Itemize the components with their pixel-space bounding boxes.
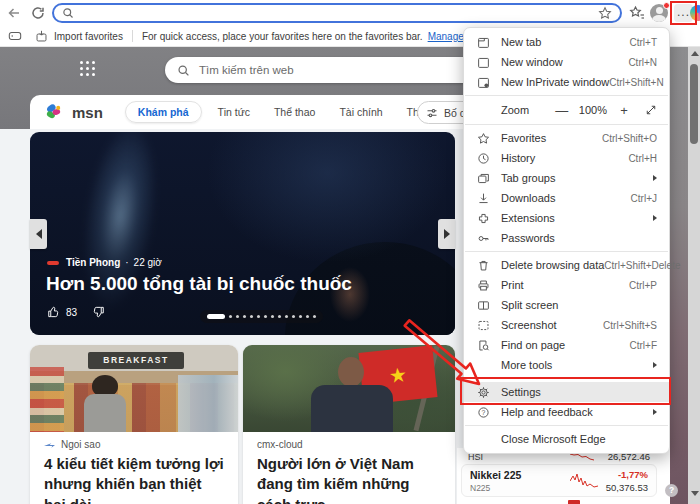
zoom-label: Zoom [501, 104, 555, 116]
menu-item-new-inprivate-window[interactable]: New InPrivate window Ctrl+Shift+N [464, 72, 669, 92]
page-right-background [670, 47, 688, 504]
refresh-icon[interactable] [30, 5, 46, 21]
edge-more-menu: New tab Ctrl+T New window Ctrl+N New InP… [463, 27, 670, 454]
menu-item-passwords[interactable]: Passwords [464, 228, 669, 248]
menu-shortcut: Ctrl+Shift+O [602, 133, 657, 144]
tab-the-thao[interactable]: Thể thao [274, 106, 315, 118]
menu-item-help-and-feedback[interactable]: ? Help and feedback [464, 402, 669, 422]
submenu-arrow-icon [653, 409, 657, 415]
menu-item-history[interactable]: History Ctrl+H [464, 148, 669, 168]
nikkei-sparkline [570, 472, 598, 489]
back-icon[interactable] [6, 5, 22, 21]
passwords-key-icon [476, 231, 490, 245]
menu-item-label: History [501, 152, 628, 164]
copilot-icon[interactable] [690, 5, 700, 21]
menu-item-settings[interactable]: Settings [464, 382, 669, 402]
menu-item-label: Delete browsing data [501, 259, 604, 271]
menu-item-close-microsoft-edge[interactable]: Close Microsoft Edge [464, 429, 669, 449]
split-screen-icon [476, 298, 490, 312]
downloads-icon [476, 191, 490, 205]
menu-item-label: New window [501, 56, 628, 68]
nikkei-symbol: N225 [470, 483, 490, 493]
article-2-source-row: cmx-cloud [257, 439, 455, 450]
hero-video-card[interactable]: Tiền Phong · 22 giờ Hơn 5.000 tổng tài b… [30, 132, 455, 335]
carousel-dots[interactable] [200, 310, 323, 323]
menu-item-screenshot[interactable]: Screenshot Ctrl+Shift+S [464, 315, 669, 335]
bookmark-star-icon[interactable] [598, 6, 612, 20]
nikkei-change: -1,77% [618, 469, 648, 480]
menu-item-label: Tab groups [501, 172, 653, 184]
scroll-up-icon[interactable] [691, 51, 699, 56]
scrollbar-thumb[interactable] [690, 64, 698, 144]
menu-item-find-on-page[interactable]: Find on page Ctrl+F [464, 335, 669, 355]
menu-item-downloads[interactable]: Downloads Ctrl+J [464, 188, 669, 208]
carousel-next-button[interactable] [438, 219, 455, 249]
carousel-prev-button[interactable] [30, 219, 47, 249]
article-card-1[interactable]: BREAKFAST Ngoi sao 4 kiểu tiết kiệm tưởn… [30, 345, 238, 504]
menu-shortcut: Ctrl+J [631, 193, 657, 204]
inprivate-icon [476, 75, 490, 89]
tab-kham-pha[interactable]: Khám phá [125, 101, 202, 123]
svg-text:?: ? [481, 408, 485, 415]
submenu-arrow-icon [653, 215, 657, 221]
tab-tin-tuc[interactable]: Tin tức [218, 106, 250, 118]
menu-item-more-tools[interactable]: More tools [464, 355, 669, 375]
apps-grid-icon[interactable] [80, 61, 96, 77]
menu-shortcut: Ctrl+P [629, 280, 657, 291]
msn-logo-icon[interactable] [44, 101, 66, 123]
hero-reactions: 83 [47, 305, 105, 319]
article-2-thumbnail: ★ [243, 345, 455, 432]
menu-item-label: More tools [501, 359, 653, 371]
zoom-out-button[interactable]: — [555, 103, 569, 118]
menu-item-new-window[interactable]: New window Ctrl+N [464, 52, 669, 72]
menu-divider [465, 124, 668, 125]
menu-divider [465, 251, 668, 252]
search-icon [62, 7, 74, 19]
screenshot-icon [476, 318, 490, 332]
screenshot-canvas: Tìm kiếm trên web msn Khám phá Tin tức T… [0, 0, 700, 504]
thumbs-up-icon[interactable] [47, 305, 61, 319]
zoom-in-button[interactable]: + [617, 103, 631, 118]
menu-item-label: Downloads [501, 192, 631, 204]
menu-item-new-tab[interactable]: New tab Ctrl+T [464, 32, 669, 52]
menu-item-label: Passwords [501, 232, 657, 244]
menu-item-delete-browsing-data[interactable]: Delete browsing data Ctrl+Shift+Delete [464, 255, 669, 275]
favorites-star-icon [476, 131, 490, 145]
article-1-headline[interactable]: 4 kiểu tiết kiệm tưởng lợi nhưng khiến b… [44, 454, 224, 504]
hero-source-row: Tiền Phong · 22 giờ [47, 257, 162, 268]
menu-item-label: Help and feedback [501, 406, 653, 418]
article-card-2[interactable]: ★ cmx-cloud Người lớn ở Việt Nam đang tì… [243, 345, 455, 504]
gear-icon [476, 385, 490, 399]
menu-item-label: Extensions [501, 212, 653, 224]
menu-shortcut: Ctrl+Shift+S [603, 320, 657, 331]
menu-item-print[interactable]: Print Ctrl+P [464, 275, 669, 295]
import-favorites-button[interactable]: Import favorites [54, 31, 123, 42]
trash-icon [476, 258, 490, 272]
history-clock-icon [476, 151, 490, 165]
help-button[interactable]: ? [665, 484, 678, 497]
article-2-headline[interactable]: Người lớn ở Việt Nam đang tìm kiếm những… [257, 454, 441, 504]
menu-item-split-screen[interactable]: Split screen [464, 295, 669, 315]
stock-row-nikkei[interactable]: Nikkei 225 N225 -1,77% 50,376.53 [461, 464, 657, 497]
menu-item-label: Favorites [501, 132, 602, 144]
hero-headline[interactable]: Hơn 5.000 tổng tài bị chuốc thuốc [46, 273, 436, 295]
import-favorites-icon [35, 30, 48, 43]
find-on-page-icon [476, 338, 490, 352]
tab-tai-chinh[interactable]: Tài chính [339, 106, 382, 118]
thumbs-down-icon[interactable] [91, 305, 105, 319]
hero-separator: · [125, 257, 128, 268]
scroll-down-icon[interactable] [691, 491, 699, 496]
menu-shortcut: Ctrl+Shift+N [609, 77, 663, 88]
tab-preview-icon[interactable] [8, 30, 22, 42]
msn-brand[interactable]: msn [72, 104, 103, 121]
favorites-hub-icon[interactable] [629, 5, 645, 21]
chevron-right-icon [444, 229, 450, 239]
menu-item-favorites[interactable]: Favorites Ctrl+Shift+O [464, 128, 669, 148]
hero-source: Tiền Phong [66, 257, 120, 268]
menu-divider [465, 95, 668, 96]
menu-item-extensions[interactable]: Extensions [464, 208, 669, 228]
fullscreen-icon[interactable] [645, 104, 657, 116]
address-bar[interactable] [52, 3, 622, 23]
tab-groups-icon [476, 171, 490, 185]
menu-item-tab-groups[interactable]: Tab groups [464, 168, 669, 188]
